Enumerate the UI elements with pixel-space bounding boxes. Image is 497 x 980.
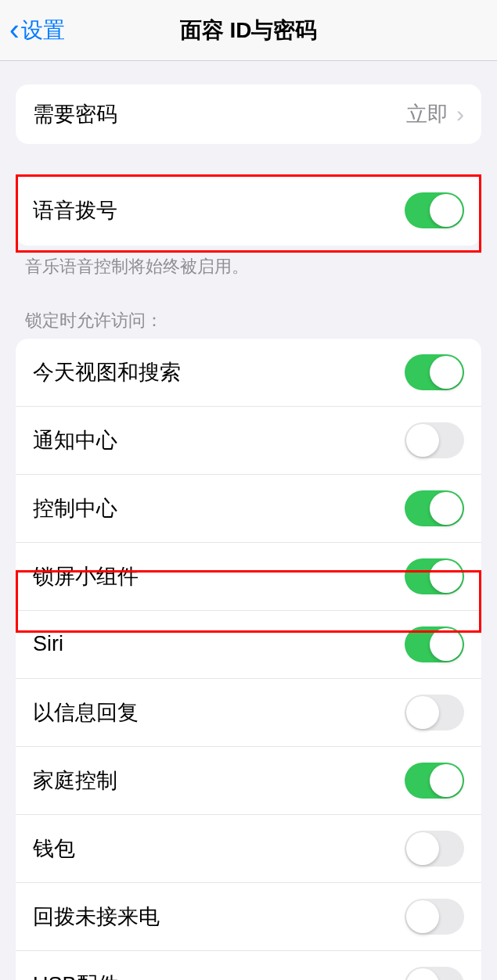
- lock-access-row: Siri: [16, 611, 481, 679]
- lock-access-toggle[interactable]: [405, 831, 464, 867]
- lock-access-toggle[interactable]: [405, 558, 464, 594]
- navigation-bar: ‹ 设置 面容 ID与密码: [0, 0, 497, 61]
- lock-access-item-label: 家庭控制: [33, 766, 117, 795]
- lock-access-row: 今天视图和搜索: [16, 339, 481, 407]
- lock-access-toggle[interactable]: [405, 967, 464, 980]
- lock-access-header: 锁定时允许访问：: [0, 279, 497, 339]
- voice-dial-group: 语音拨号: [16, 175, 481, 246]
- lock-access-item-label: 今天视图和搜索: [33, 358, 181, 386]
- chevron-left-icon: ‹: [9, 13, 20, 47]
- voice-dial-label: 语音拨号: [33, 196, 117, 224]
- back-label: 设置: [21, 16, 65, 45]
- chevron-right-icon: ›: [456, 101, 464, 127]
- back-button[interactable]: ‹ 设置: [9, 13, 65, 47]
- voice-dial-footer: 音乐语音控制将始终被启用。: [0, 246, 497, 279]
- lock-access-row: 锁屏小组件: [16, 543, 481, 611]
- lock-access-item-label: 控制中心: [33, 494, 117, 522]
- lock-access-item-label: Siri: [33, 632, 63, 656]
- lock-access-item-label: USB配件: [33, 971, 119, 980]
- lock-access-row: 控制中心: [16, 475, 481, 543]
- page-title: 面容 ID与密码: [180, 16, 318, 45]
- lock-access-row: 回拨未接来电: [16, 883, 481, 951]
- lock-access-item-label: 钱包: [33, 835, 75, 863]
- voice-dial-toggle[interactable]: [405, 192, 464, 228]
- lock-access-item-label: 锁屏小组件: [33, 562, 139, 591]
- lock-access-row: USB配件: [16, 951, 481, 980]
- require-passcode-label: 需要密码: [33, 100, 117, 128]
- lock-access-item-label: 回拨未接来电: [33, 903, 160, 931]
- lock-access-group: 今天视图和搜索通知中心控制中心锁屏小组件Siri以信息回复家庭控制钱包回拨未接来…: [16, 339, 481, 980]
- lock-access-toggle[interactable]: [405, 354, 464, 390]
- require-passcode-value: 立即: [406, 100, 448, 128]
- lock-access-row: 通知中心: [16, 407, 481, 475]
- lock-access-row: 钱包: [16, 815, 481, 883]
- voice-dial-row: 语音拨号: [16, 175, 481, 246]
- lock-access-item-label: 通知中心: [33, 426, 117, 454]
- passcode-group: 需要密码 立即 ›: [16, 84, 481, 144]
- lock-access-row: 家庭控制: [16, 747, 481, 815]
- lock-access-toggle[interactable]: [405, 490, 464, 526]
- lock-access-toggle[interactable]: [405, 695, 464, 731]
- lock-access-toggle[interactable]: [405, 422, 464, 458]
- lock-access-toggle[interactable]: [405, 763, 464, 799]
- lock-access-row: 以信息回复: [16, 679, 481, 747]
- lock-access-toggle[interactable]: [405, 626, 464, 662]
- lock-access-toggle[interactable]: [405, 899, 464, 935]
- require-passcode-row[interactable]: 需要密码 立即 ›: [16, 84, 481, 144]
- lock-access-item-label: 以信息回复: [33, 698, 139, 727]
